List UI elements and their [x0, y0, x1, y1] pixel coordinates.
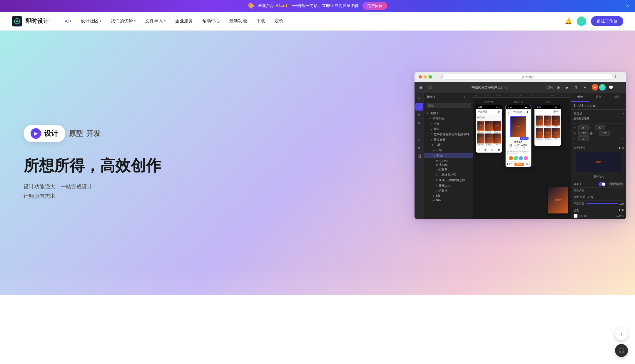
layer-story-text[interactable]: T 故事叙述在美国南北战争时... — [424, 132, 473, 137]
nav-forward-icon[interactable]: › — [441, 74, 442, 79]
layer-book-intro[interactable]: ▼ 书籍介绍 — [424, 116, 473, 121]
present-icon[interactable]: ▶ — [564, 85, 571, 90]
notification-icon[interactable]: 🔔 — [565, 18, 572, 25]
nav-back-icon[interactable]: ‹ — [437, 74, 439, 79]
align-right-icon[interactable]: ≡ — [590, 104, 592, 108]
align-left-icon[interactable]: ≡ — [584, 104, 586, 108]
layer-nav-group[interactable]: ▸ Nav — [424, 198, 473, 202]
more-icon[interactable]: ··· — [616, 85, 623, 90]
layer-book-title[interactable]: T 书籍标题小说 — [424, 172, 473, 178]
tab-prototype[interactable]: 原型 — [69, 129, 83, 138]
nav-help[interactable]: 帮助中心 — [198, 16, 224, 26]
book-item-1: FIRE 森林之火 — [477, 121, 484, 133]
layer-rect8[interactable]: □ 矩形 8 — [424, 167, 473, 172]
y-value[interactable]: -30° — [595, 125, 605, 130]
layer-rect4[interactable]: □ 矩形 4 — [424, 188, 473, 193]
opacity-slider[interactable] — [586, 203, 618, 204]
zoom-icon[interactable]: ⊕ — [555, 85, 562, 90]
nav-latest[interactable]: 最新功能 — [225, 16, 251, 26]
add-tab-icon[interactable]: + — [620, 74, 622, 79]
nav-download[interactable]: 下载 — [252, 16, 269, 26]
expand-icon[interactable]: › — [623, 112, 624, 115]
component-instance-preview: FIRE — [548, 187, 568, 213]
book-detail-name: 森林之火 — [507, 140, 530, 143]
page-label: 页数: 1 — [426, 95, 435, 99]
w-value[interactable]: 112 — [578, 131, 589, 136]
tab-design[interactable]: 设计 — [571, 93, 589, 102]
banner-close-button[interactable]: × — [626, 3, 629, 9]
canvas-area[interactable]: 900 950 1000 1100 1150 1200 1250 1300 14… — [473, 93, 571, 219]
nav-community[interactable]: 设计社区 ▾ — [77, 16, 106, 26]
layer-category-tags[interactable]: ▸ 分类标签 — [424, 137, 473, 142]
align-center-icon[interactable]: ≡ — [587, 104, 589, 108]
tab-design-active[interactable]: ▶ 设计 — [24, 125, 65, 142]
layer-group3[interactable]: ▸ 分组 3 — [424, 148, 473, 153]
traffic-light-red — [419, 75, 422, 79]
instance-action2-icon[interactable]: ⊞ — [621, 146, 624, 150]
layer-tags[interactable]: ▸ 标签 — [424, 126, 473, 132]
layers-search-input[interactable] — [426, 103, 471, 108]
layers-more-icon[interactable]: ⋯ — [467, 95, 471, 99]
fill-color-swatch[interactable] — [574, 214, 578, 218]
avatar: J — [577, 16, 586, 26]
strikethrough-icon[interactable]: S̶ — [581, 104, 584, 108]
layer-img2[interactable]: ▣ 6.jpeg — [424, 163, 473, 167]
grid-icon[interactable]: ⊞ — [593, 104, 596, 108]
cursor-icon[interactable]: ↖ — [415, 95, 423, 102]
layer-cover[interactable]: ◎ 封面 — [424, 153, 473, 158]
layer-img1[interactable]: ▣ 6.jpeg — [424, 158, 473, 163]
nav-advantage[interactable]: 我们的优势 ▾ — [107, 16, 140, 26]
comment-icon[interactable]: 💬 — [607, 85, 614, 90]
x-value[interactable]: 18° — [578, 125, 589, 130]
nav-pricing[interactable]: 定价 — [270, 16, 288, 26]
user-avatars-row — [507, 156, 530, 160]
layers-icon[interactable]: ⬡ — [426, 85, 433, 90]
share-icon[interactable]: ⬆ — [614, 74, 617, 79]
tab-dev[interactable]: 开发 — [86, 129, 101, 138]
layer-books[interactable]: ▼ 书籍 — [424, 142, 473, 148]
tab-annotate[interactable]: 标注 — [608, 93, 626, 102]
share-icon[interactable]: ⬆ — [572, 85, 579, 90]
phone-newbook: 新书 9:41●●● ‹新书 — [534, 101, 561, 146]
fill-add-icon[interactable]: ⬆ — [618, 209, 621, 213]
layer-page1[interactable]: ▼ 页面 1 — [424, 111, 473, 116]
layer-friends[interactable]: ▸ 书友 — [424, 121, 473, 126]
nav-enterprise[interactable]: 企业服务 — [171, 16, 197, 26]
text-icon[interactable]: T — [415, 128, 423, 135]
opacity-row: 不透明度 100 — [571, 201, 626, 207]
slice-icon[interactable]: ✂ — [415, 111, 423, 119]
instance-toggle[interactable] — [599, 182, 606, 186]
bold-icon[interactable]: B — [574, 104, 576, 108]
banner-cta-button[interactable]: 免费体验 — [362, 2, 387, 10]
aspect-ratio-icon[interactable]: ⇔ — [621, 137, 624, 140]
component-icon[interactable]: ❖ — [415, 144, 423, 152]
pen-icon[interactable]: ✏ — [415, 119, 423, 127]
logo-area[interactable]: 即时设计 — [12, 16, 49, 26]
r-value[interactable]: 0 — [578, 136, 589, 141]
workspace-button[interactable]: 前往工作台 — [591, 16, 623, 26]
layer-title-group[interactable]: ▸ title — [424, 193, 473, 198]
blend-value[interactable]: 普通（正常） — [580, 195, 596, 199]
shapes-icon[interactable]: ○ — [415, 136, 423, 143]
book-grid-3: FIRE 森林之火 FIRE 守护者 — [536, 116, 560, 140]
frame-icon[interactable]: □ — [415, 103, 423, 111]
plus-icon[interactable]: + — [581, 85, 588, 90]
lock-icon[interactable]: 🔗 — [590, 132, 593, 135]
app-screenshot: ‹ › js.design ⬆ + ☰ ⬡ 书籍阅读类小程序设计 ◇ 62% ⊕… — [415, 72, 626, 219]
nb-item-5: FIRE 森林之火 — [544, 128, 552, 140]
h-value[interactable]: 102 — [599, 131, 610, 136]
blend-chevron-icon[interactable]: ▾ — [597, 196, 599, 199]
layer-play-verne[interactable]: T 播动·凡尔纳的家(注) — [424, 178, 473, 183]
app-body: ↖ □ ✂ ✏ T ○ ❖ 🖼 页数: 1 + ⋯ — [415, 93, 626, 219]
nav-ai[interactable]: Ai ▾ — [61, 16, 76, 26]
italic-icon[interactable]: I — [576, 104, 577, 108]
image-icon[interactable]: 🖼 — [415, 152, 423, 160]
fill-grid-icon[interactable]: ⊞ — [621, 209, 624, 213]
menu-icon[interactable]: ☰ — [417, 85, 425, 90]
layers-add-icon[interactable]: + — [463, 95, 466, 99]
underline-icon[interactable]: U — [578, 104, 581, 108]
instance-action1-icon[interactable]: ⬆ — [618, 146, 621, 150]
tab-prototype[interactable]: 原型 — [589, 93, 608, 102]
nav-import[interactable]: 文件导入 ▾ — [141, 16, 170, 26]
layer-forest-fire[interactable]: T 森林之火 — [424, 183, 473, 188]
